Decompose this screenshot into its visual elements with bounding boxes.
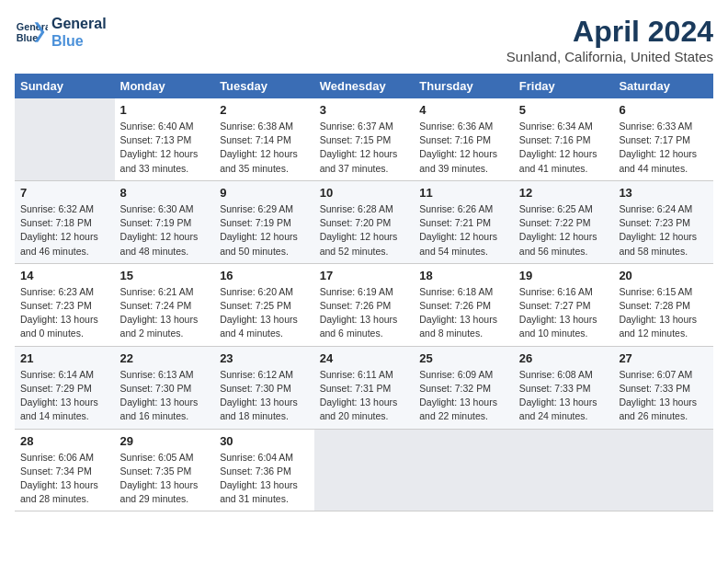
calendar-cell: 20Sunrise: 6:15 AMSunset: 7:28 PMDayligh… [613, 263, 713, 346]
calendar-cell: 5Sunrise: 6:34 AMSunset: 7:16 PMDaylight… [514, 98, 614, 180]
day-number: 18 [419, 269, 508, 282]
calendar-cell [613, 429, 713, 511]
day-number: 17 [320, 269, 409, 282]
calendar-cell: 1Sunrise: 6:40 AMSunset: 7:13 PMDaylight… [115, 98, 215, 180]
day-number: 15 [120, 269, 210, 282]
day-info: Sunrise: 6:25 AMSunset: 7:22 PMDaylight:… [519, 202, 609, 259]
header-row: SundayMondayTuesdayWednesdayThursdayFrid… [15, 74, 713, 98]
day-number: 20 [619, 269, 708, 282]
day-info: Sunrise: 6:07 AMSunset: 7:33 PMDaylight:… [619, 368, 708, 424]
day-number: 3 [320, 103, 409, 117]
calendar-cell: 6Sunrise: 6:33 AMSunset: 7:17 PMDaylight… [613, 98, 713, 180]
day-number: 30 [220, 434, 309, 448]
header-sunday: Sunday [15, 74, 115, 98]
logo-text-line2: Blue [51, 32, 107, 50]
calendar-cell: 12Sunrise: 6:25 AMSunset: 7:22 PMDayligh… [514, 180, 614, 263]
day-info: Sunrise: 6:38 AMSunset: 7:14 PMDaylight:… [220, 120, 309, 176]
calendar-cell: 14Sunrise: 6:23 AMSunset: 7:23 PMDayligh… [15, 263, 115, 346]
day-info: Sunrise: 6:36 AMSunset: 7:16 PMDaylight:… [419, 120, 508, 176]
day-info: Sunrise: 6:13 AMSunset: 7:30 PMDaylight:… [120, 368, 210, 424]
week-row-1: 1Sunrise: 6:40 AMSunset: 7:13 PMDaylight… [15, 98, 713, 180]
day-info: Sunrise: 6:08 AMSunset: 7:33 PMDaylight:… [519, 368, 609, 424]
day-info: Sunrise: 6:26 AMSunset: 7:21 PMDaylight:… [419, 202, 508, 259]
day-number: 25 [419, 351, 508, 365]
day-number: 29 [120, 434, 210, 448]
calendar-header: SundayMondayTuesdayWednesdayThursdayFrid… [15, 74, 713, 98]
calendar-cell: 22Sunrise: 6:13 AMSunset: 7:30 PMDayligh… [115, 346, 215, 429]
day-info: Sunrise: 6:28 AMSunset: 7:20 PMDaylight:… [320, 202, 409, 259]
logo-text-line1: General [51, 15, 107, 32]
day-number: 12 [519, 186, 609, 200]
calendar-cell: 21Sunrise: 6:14 AMSunset: 7:29 PMDayligh… [15, 346, 115, 429]
day-number: 23 [220, 351, 309, 365]
calendar-cell [514, 429, 614, 511]
day-info: Sunrise: 6:06 AMSunset: 7:34 PMDaylight:… [20, 451, 109, 507]
day-number: 2 [220, 103, 309, 117]
day-number: 21 [20, 351, 109, 365]
day-number: 6 [619, 103, 708, 117]
calendar-cell: 13Sunrise: 6:24 AMSunset: 7:23 PMDayligh… [613, 180, 713, 263]
calendar-cell: 26Sunrise: 6:08 AMSunset: 7:33 PMDayligh… [514, 346, 614, 429]
calendar-cell: 15Sunrise: 6:21 AMSunset: 7:24 PMDayligh… [115, 263, 215, 346]
calendar-cell [314, 429, 415, 511]
header-wednesday: Wednesday [314, 74, 415, 98]
svg-text:Blue: Blue [17, 32, 38, 43]
calendar-cell: 10Sunrise: 6:28 AMSunset: 7:20 PMDayligh… [314, 180, 415, 263]
day-info: Sunrise: 6:19 AMSunset: 7:26 PMDaylight:… [320, 285, 409, 341]
day-number: 13 [619, 186, 708, 200]
calendar-cell: 19Sunrise: 6:16 AMSunset: 7:27 PMDayligh… [514, 263, 614, 346]
day-number: 8 [120, 186, 210, 200]
calendar-cell: 24Sunrise: 6:11 AMSunset: 7:31 PMDayligh… [314, 346, 415, 429]
day-number: 10 [320, 186, 409, 200]
day-info: Sunrise: 6:37 AMSunset: 7:15 PMDaylight:… [320, 120, 409, 176]
day-info: Sunrise: 6:24 AMSunset: 7:23 PMDaylight:… [619, 202, 708, 259]
day-number: 19 [519, 269, 609, 282]
day-info: Sunrise: 6:29 AMSunset: 7:19 PMDaylight:… [220, 202, 309, 259]
day-number: 5 [519, 103, 609, 117]
day-info: Sunrise: 6:18 AMSunset: 7:26 PMDaylight:… [419, 285, 508, 341]
day-info: Sunrise: 6:04 AMSunset: 7:36 PMDaylight:… [220, 451, 309, 507]
calendar-cell: 18Sunrise: 6:18 AMSunset: 7:26 PMDayligh… [414, 263, 514, 346]
logo-icon: General Blue [15, 16, 48, 49]
day-info: Sunrise: 6:11 AMSunset: 7:31 PMDaylight:… [320, 368, 409, 424]
header-thursday: Thursday [414, 74, 514, 98]
calendar-cell: 2Sunrise: 6:38 AMSunset: 7:14 PMDaylight… [214, 98, 314, 180]
calendar-cell: 7Sunrise: 6:32 AMSunset: 7:18 PMDaylight… [15, 180, 115, 263]
day-number: 4 [419, 103, 508, 117]
calendar-cell: 8Sunrise: 6:30 AMSunset: 7:19 PMDaylight… [115, 180, 215, 263]
day-number: 7 [20, 186, 109, 200]
day-number: 16 [220, 269, 309, 282]
calendar-body: 1Sunrise: 6:40 AMSunset: 7:13 PMDaylight… [15, 98, 713, 511]
page-header: General Blue General Blue April 2024 Sun… [15, 15, 713, 64]
calendar-cell: 29Sunrise: 6:05 AMSunset: 7:35 PMDayligh… [115, 429, 215, 511]
day-number: 11 [419, 186, 508, 200]
calendar-cell: 3Sunrise: 6:37 AMSunset: 7:15 PMDaylight… [314, 98, 415, 180]
calendar-cell: 4Sunrise: 6:36 AMSunset: 7:16 PMDaylight… [414, 98, 514, 180]
calendar-table: SundayMondayTuesdayWednesdayThursdayFrid… [15, 74, 713, 511]
calendar-cell: 17Sunrise: 6:19 AMSunset: 7:26 PMDayligh… [314, 263, 415, 346]
header-saturday: Saturday [613, 74, 713, 98]
day-info: Sunrise: 6:40 AMSunset: 7:13 PMDaylight:… [120, 120, 210, 176]
calendar-cell: 28Sunrise: 6:06 AMSunset: 7:34 PMDayligh… [15, 429, 115, 511]
day-number: 27 [619, 351, 708, 365]
calendar-cell: 30Sunrise: 6:04 AMSunset: 7:36 PMDayligh… [214, 429, 314, 511]
week-row-5: 28Sunrise: 6:06 AMSunset: 7:34 PMDayligh… [15, 429, 713, 511]
day-info: Sunrise: 6:14 AMSunset: 7:29 PMDaylight:… [20, 368, 109, 424]
calendar-cell: 9Sunrise: 6:29 AMSunset: 7:19 PMDaylight… [214, 180, 314, 263]
calendar-cell: 11Sunrise: 6:26 AMSunset: 7:21 PMDayligh… [414, 180, 514, 263]
calendar-cell: 27Sunrise: 6:07 AMSunset: 7:33 PMDayligh… [613, 346, 713, 429]
day-info: Sunrise: 6:12 AMSunset: 7:30 PMDaylight:… [220, 368, 309, 424]
day-info: Sunrise: 6:33 AMSunset: 7:17 PMDaylight:… [619, 120, 708, 176]
logo: General Blue General Blue [15, 15, 107, 50]
title-block: April 2024 Sunland, California, United S… [506, 15, 713, 64]
day-number: 24 [320, 351, 409, 365]
day-info: Sunrise: 6:20 AMSunset: 7:25 PMDaylight:… [220, 285, 309, 341]
day-info: Sunrise: 6:05 AMSunset: 7:35 PMDaylight:… [120, 451, 210, 507]
day-info: Sunrise: 6:30 AMSunset: 7:19 PMDaylight:… [120, 202, 210, 259]
day-number: 9 [220, 186, 309, 200]
day-info: Sunrise: 6:21 AMSunset: 7:24 PMDaylight:… [120, 285, 210, 341]
calendar-title: April 2024 [506, 15, 713, 49]
day-info: Sunrise: 6:23 AMSunset: 7:23 PMDaylight:… [20, 285, 109, 341]
header-tuesday: Tuesday [214, 74, 314, 98]
day-info: Sunrise: 6:16 AMSunset: 7:27 PMDaylight:… [519, 285, 609, 341]
